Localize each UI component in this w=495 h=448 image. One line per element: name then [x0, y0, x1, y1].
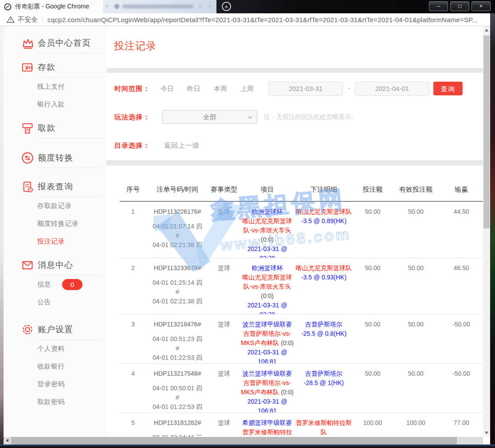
match-score: (0:0) — [261, 292, 274, 299]
sidebar-subitem-label: 个人资料 — [37, 345, 65, 353]
sidebar-section: ¥存款线上支付银行入款 — [4, 59, 106, 113]
sidebar-subitem-公告[interactable]: 公告 — [4, 293, 106, 311]
cell-bet-detail: 普罗米修斯帕特拉斯队-5.5 @ 0.77(HK) — [295, 418, 353, 437]
cell-match-item: 希腊篮球甲级联赛普罗米修斯帕特拉斯队-vs-阿里斯 (0:0) — [240, 418, 295, 437]
sidebar-subitem-登录密码[interactable]: 登录密码 — [4, 375, 106, 393]
sidebar-subitem-收款银行[interactable]: 收款银行 — [4, 358, 106, 375]
order-time-line: # — [146, 287, 208, 297]
match-teams: 吉普萨斯塔尔-vs-MKS卢布林队 (0:0) — [240, 378, 295, 397]
urlbar-separator — [42, 16, 43, 23]
page-title: 投注记录 — [114, 39, 157, 53]
sidebar-item-报表查询[interactable]: 报表查询 — [4, 179, 106, 195]
url-text[interactable]: cqcp2.com/chuanQiCPLoginWeb/app/reportDe… — [47, 16, 478, 24]
site-favicon-icon — [4, 3, 12, 11]
not-secure-warning-icon — [7, 16, 15, 23]
sidebar-item-会员中心首页[interactable]: 会员中心首页 — [4, 35, 106, 51]
sidebar-subitem-信息[interactable]: 信息0 — [4, 275, 106, 293]
quick-link-上周[interactable]: 上周 — [240, 85, 254, 93]
message-count-badge: 0 — [62, 279, 82, 290]
scroll-up-icon[interactable] — [485, 29, 488, 31]
sidebar-item-存款[interactable]: ¥存款 — [4, 59, 106, 75]
sidebar-item-label: 取款 — [38, 122, 55, 134]
cell-valid-bet-amount: 100.00 — [393, 418, 439, 437]
match-date-result: 2021-03-31 @ 106:81 — [240, 348, 295, 364]
cell-order-number-time: HDP113233678#04-01 01:25:14 四#04-01 02:2… — [146, 263, 208, 314]
sidebar-divider — [37, 168, 103, 168]
date-to-input[interactable]: 2021-04-01 — [355, 82, 429, 96]
sidebar-subitem-存取款记录[interactable]: 存取款记录 — [4, 197, 106, 215]
match-score: (0:0) — [261, 236, 274, 243]
sidebar-subitem-线上支付[interactable]: 线上支付 — [4, 78, 106, 95]
match-league: 希腊篮球甲级联赛 — [240, 418, 295, 428]
vertical-scrollbar-thumb[interactable] — [483, 35, 490, 228]
match-league: 欧洲篮球杯 — [240, 207, 295, 216]
ghost-newtab-icon: + — [222, 2, 231, 11]
gear-icon — [21, 323, 34, 336]
sidebar-subitem-额度转换记录[interactable]: 额度转换记录 — [4, 215, 106, 232]
date-from-input[interactable]: 2021-03-31 — [268, 82, 343, 96]
sidebar-subitem-投注记录[interactable]: 投注记录 — [4, 232, 106, 250]
sidebar-subitem-label: 存取款记录 — [37, 202, 72, 210]
bet-line-odds: -3.5 @ 0.93(HK) — [295, 273, 353, 282]
bet-team: 吉普萨斯塔尔 — [295, 320, 353, 329]
scroll-left-icon[interactable] — [6, 439, 8, 442]
cell-bet-amount: 100.00 — [353, 418, 393, 437]
quick-link-昨日[interactable]: 昨日 — [187, 85, 200, 93]
order-time-line: 04-01 00:50:01 四 — [146, 384, 208, 393]
message-icon — [21, 259, 34, 271]
order-time-line: # — [146, 393, 208, 402]
sidebar-item-账户设置[interactable]: 账户设置 — [4, 322, 106, 338]
window-title: 传奇彩票 - Google Chrome — [15, 3, 89, 11]
security-label: 不安全 — [18, 16, 38, 24]
sidebar-subitem-取款密码[interactable]: 取款密码 — [4, 393, 106, 411]
vertical-scrollbar[interactable] — [483, 26, 490, 437]
background-window-tabs: × × + — [103, 0, 216, 13]
quick-link-本周[interactable]: 本周 — [214, 85, 227, 93]
sidebar-section: 取款 — [4, 120, 106, 138]
sidebar-subitem-银行入款[interactable]: 银行入款 — [4, 95, 106, 113]
table-header-cell: 序号 — [120, 185, 146, 194]
cell-serial: 3 — [120, 320, 146, 364]
search-button[interactable]: 查询 — [433, 82, 463, 95]
directory-label: 目录选择： — [114, 141, 150, 150]
sidebar: 会员中心首页¥存款线上支付银行入款取款额度转换报表查询存取款记录额度转换记录投注… — [4, 26, 106, 437]
titlebar-left: 传奇彩票 - Google Chrome — [0, 0, 103, 13]
order-time-line: 04-01 01:22:53 四 — [146, 402, 208, 412]
back-up-level-link[interactable]: 返回上一级 — [164, 141, 200, 150]
order-id: HDP113218476# — [146, 320, 208, 329]
scroll-down-icon[interactable] — [485, 432, 488, 434]
close-button[interactable]: × — [471, 1, 491, 11]
ghost-plus-icon: + — [208, 4, 213, 8]
sidebar-item-消息中心[interactable]: 消息中心 — [4, 257, 106, 273]
cell-win-loss: -50.00 — [439, 369, 483, 413]
table-header-cell: 赛事类型 — [208, 185, 240, 194]
cell-bet-amount: 50.00 — [353, 263, 393, 314]
quick-link-今日[interactable]: 今日 — [161, 85, 174, 93]
match-score: (0:0) — [279, 389, 294, 396]
quick-date-links: 今日昨日本周上周 — [161, 85, 254, 93]
sidebar-item-取款[interactable]: 取款 — [4, 120, 106, 136]
sidebar-subitem-个人资料[interactable]: 个人资料 — [4, 340, 106, 358]
titlebar-dark-region: + – □ × — [216, 0, 495, 13]
cell-sport-type: 篮球 — [208, 320, 240, 364]
cell-match-item: 欧洲篮球杯喀山尤尼克斯篮球队-vs-库班火车头 (0:0)2021-03-31 … — [240, 263, 295, 314]
order-time-line: 04-01 00:51:23 四 — [146, 334, 208, 344]
play-type-select[interactable]: 全部 — [162, 110, 257, 124]
sidebar-subitem-label: 取款密码 — [37, 398, 65, 406]
cell-win-loss: -50.00 — [439, 320, 483, 364]
horizontal-scrollbar-thumb[interactable] — [11, 437, 457, 444]
order-time-line: 03-31 23:34:41 三 — [146, 433, 208, 437]
cell-win-loss: 44.50 — [439, 207, 483, 258]
match-teams-text: 喀山尤尼克斯篮球队-vs-库班火车头 — [243, 274, 292, 290]
maximize-button[interactable]: □ — [450, 1, 469, 11]
window-border-right — [490, 13, 495, 444]
filters-card: 时间范围： 今日昨日本周上周 2021-03-31 - 2021-04-01 查… — [106, 73, 483, 160]
minimize-button[interactable]: – — [429, 1, 448, 11]
bet-line-odds: -25.5 @ 0.8(HK) — [295, 329, 353, 338]
sidebar-subitem-label: 额度转换记录 — [37, 220, 79, 228]
sidebar-subitem-label: 信息 — [37, 280, 51, 289]
horizontal-scrollbar[interactable] — [4, 437, 483, 444]
sidebar-item-额度转换[interactable]: 额度转换 — [4, 150, 106, 166]
address-bar[interactable]: 不安全 cqcp2.com/chuanQiCPLoginWeb/app/repo… — [0, 13, 490, 26]
order-id: HDP113233678# — [146, 263, 208, 273]
